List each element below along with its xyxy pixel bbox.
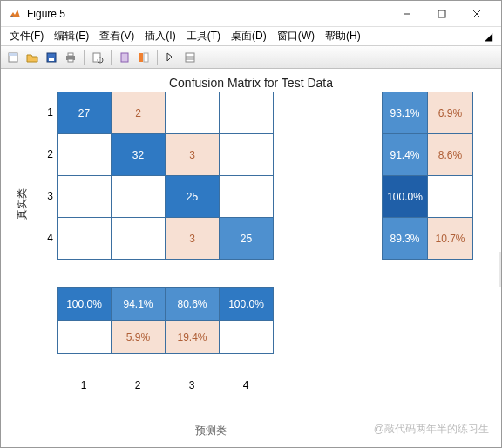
insert-colorbar-icon[interactable]	[135, 49, 153, 66]
y-tick: 4	[44, 217, 53, 259]
row-correct-pct: 91.4%	[383, 134, 428, 176]
menu-tools[interactable]: 工具(T)	[181, 27, 226, 45]
x-tick: 3	[165, 379, 219, 391]
menu-view[interactable]: 查看(V)	[94, 27, 139, 45]
cm-cell	[58, 218, 112, 260]
cm-cell	[58, 134, 112, 176]
window-title: Figure 5	[27, 8, 390, 20]
background-edge	[499, 252, 501, 287]
confusion-matrix: 27 2 32 3 25	[57, 92, 274, 260]
save-icon[interactable]	[43, 49, 60, 66]
cm-cell	[112, 218, 166, 260]
x-tick: 1	[57, 379, 111, 391]
cm-cell: 25	[220, 218, 274, 260]
y-ticks: 1 2 3 4	[44, 92, 53, 259]
row-correct-pct: 100.0%	[383, 176, 428, 218]
maximize-button[interactable]	[424, 2, 459, 26]
col-error-pct	[220, 321, 274, 354]
figure-window: Figure 5 文件(F) 编辑(E) 查看(V) 插入(I) 工具(T) 桌…	[0, 0, 502, 448]
new-figure-icon[interactable]	[4, 49, 22, 66]
toolbar	[1, 46, 501, 69]
menu-desktop[interactable]: 桌面(D)	[226, 27, 272, 45]
x-tick: 4	[219, 379, 273, 391]
svg-rect-10	[68, 59, 73, 62]
menubar: 文件(F) 编辑(E) 查看(V) 插入(I) 工具(T) 桌面(D) 窗口(W…	[1, 27, 501, 46]
property-inspector-icon[interactable]	[181, 49, 199, 66]
cm-cell	[220, 92, 274, 134]
row-error-pct: 8.6%	[428, 134, 473, 176]
cm-cell	[112, 176, 166, 218]
cm-cell: 25	[166, 176, 220, 218]
row-correct-pct: 89.3%	[383, 218, 428, 260]
menu-window[interactable]: 窗口(W)	[272, 27, 320, 45]
row-correct-pct: 93.1%	[383, 92, 428, 134]
col-error-pct: 19.4%	[166, 321, 220, 354]
row-summary: 93.1% 6.9% 91.4% 8.6% 100.0% 89.3% 10.7%	[382, 92, 473, 260]
y-tick: 1	[44, 92, 53, 133]
link-plot-icon[interactable]	[116, 49, 133, 66]
cm-cell	[220, 134, 274, 176]
cm-cell: 3	[166, 134, 220, 176]
col-error-pct: 5.9%	[112, 321, 166, 354]
svg-rect-15	[144, 53, 148, 62]
cm-cell: 32	[112, 134, 166, 176]
chart-title: Confusion Matrix for Test Data	[8, 76, 494, 90]
cm-cell	[58, 176, 112, 218]
svg-rect-9	[68, 53, 73, 56]
cm-cell: 27	[58, 92, 112, 134]
y-tick: 3	[44, 175, 53, 217]
col-summary: 100.0% 94.1% 80.6% 100.0% 5.9% 19.4%	[57, 287, 274, 354]
col-correct-pct: 100.0%	[220, 288, 274, 321]
menu-edit[interactable]: 编辑(E)	[49, 27, 94, 45]
edit-plot-icon[interactable]	[162, 49, 180, 66]
col-error-pct	[58, 321, 112, 354]
menu-file[interactable]: 文件(F)	[4, 27, 49, 45]
titlebar: Figure 5	[1, 1, 501, 27]
axes-container: Confusion Matrix for Test Data 真实类 1 2 3…	[8, 76, 494, 440]
x-axis-label: 预测类	[195, 424, 227, 438]
row-error-pct: 6.9%	[428, 92, 473, 134]
col-correct-pct: 100.0%	[58, 288, 112, 321]
svg-rect-13	[121, 53, 128, 62]
row-error-pct: 10.7%	[428, 218, 473, 260]
svg-rect-16	[186, 53, 194, 62]
cm-cell	[166, 92, 220, 134]
x-ticks: 1 2 3 4	[57, 379, 273, 391]
col-correct-pct: 94.1%	[112, 288, 166, 321]
close-button[interactable]	[459, 2, 494, 26]
minimize-button[interactable]	[390, 2, 424, 26]
svg-rect-14	[139, 53, 143, 62]
svg-rect-7	[49, 58, 54, 61]
cm-cell: 2	[112, 92, 166, 134]
cm-cell	[220, 176, 274, 218]
row-error-pct	[428, 176, 473, 218]
open-icon[interactable]	[24, 49, 41, 66]
cm-cell: 3	[166, 218, 220, 260]
print-preview-icon[interactable]	[89, 49, 106, 66]
watermark-text: @敲代码两年半的练习生	[374, 422, 489, 437]
matlab-icon	[8, 7, 22, 21]
print-icon[interactable]	[62, 49, 79, 66]
figure-canvas: Confusion Matrix for Test Data 真实类 1 2 3…	[1, 69, 501, 447]
menu-help[interactable]: 帮助(H)	[320, 27, 366, 45]
svg-rect-1	[438, 10, 445, 17]
svg-rect-5	[9, 53, 17, 56]
y-tick: 2	[44, 133, 53, 175]
menu-insert[interactable]: 插入(I)	[139, 27, 180, 45]
x-tick: 2	[111, 379, 165, 391]
menu-overflow-icon[interactable]: ◢	[479, 31, 498, 43]
y-axis-label: 真实类	[15, 188, 30, 220]
col-correct-pct: 80.6%	[166, 288, 220, 321]
